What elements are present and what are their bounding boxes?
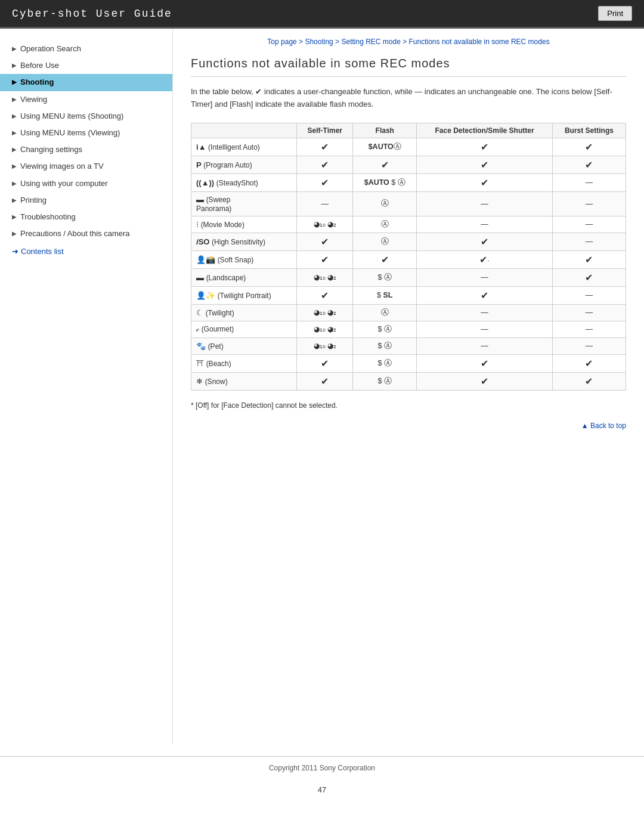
sidebar-label-11: Precautions / About this camera [20,228,130,239]
breadcrumb[interactable]: Top page > Shooting > Setting REC mode >… [191,38,626,46]
flash-cell-5: Ⓐ [353,233,417,250]
face-cell-7: — [417,268,553,286]
table-row-5: iSO (High Sensitivity)✔Ⓐ✔— [191,233,626,250]
burst-cell-1: ✔ [552,156,626,174]
header: Cyber-shot User Guide Print [0,0,644,29]
flash-cell-7: $ Ⓐ [353,268,417,286]
table-row-12: ⛩ (Beach)✔$ Ⓐ✔✔ [191,354,626,372]
timer-cell-12: ✔ [297,354,353,372]
sidebar-arrow-4: ▶ [12,112,17,120]
sidebar-arrow-1: ▶ [12,61,17,70]
sidebar-arrow-9: ▶ [12,196,17,205]
mode-cell-7: ▬ (Landscape) [191,268,297,286]
timer-cell-4: ◕₁₀ ◕₂ [297,216,353,233]
burst-cell-11: — [552,337,626,354]
col-header-4: Burst Settings [552,123,626,138]
mode-cell-11: 🐾 (Pet) [191,337,297,354]
burst-cell-13: ✔ [552,372,626,390]
sidebar-item-8[interactable]: ▶Using with your computer [0,175,172,192]
col-header-1: Self-Timer [297,123,353,138]
contents-list-label: Contents list [21,247,64,256]
sidebar-arrow-10: ▶ [12,213,17,221]
sidebar-item-2[interactable]: ▶Shooting [0,74,172,91]
back-to-top-link[interactable]: ▲ Back to top [191,422,626,430]
sidebar-label-5: Using MENU items (Viewing) [20,128,120,138]
col-header-0 [191,123,297,138]
sidebar-arrow-7: ▶ [12,162,17,171]
timer-cell-11: ◕₁₀ ◕₂ [297,337,353,354]
timer-cell-1: ✔ [297,156,353,174]
burst-cell-6: ✔ [552,250,626,268]
face-cell-13: ✔ [417,372,553,390]
rec-modes-table: Self-TimerFlashFace Detection/Smile Shut… [191,123,626,391]
sidebar-item-1[interactable]: ▶Before Use [0,57,172,74]
main-content: Top page > Shooting > Setting REC mode >… [173,29,644,744]
sidebar-item-7[interactable]: ▶Viewing images on a TV [0,158,172,175]
burst-cell-2: — [552,174,626,191]
table-row-6: 👤📸 (Soft Snap)✔✔✔·✔ [191,250,626,268]
timer-cell-3: — [297,191,353,216]
page-number: 47 [0,785,644,794]
sidebar-label-1: Before Use [20,60,59,71]
page-layout: ▶Operation Search▶Before Use▶Shooting▶Vi… [0,29,644,744]
print-button[interactable]: Print [598,6,632,21]
flash-cell-6: ✔ [353,250,417,268]
face-cell-4: — [417,216,553,233]
face-cell-5: ✔ [417,233,553,250]
mode-cell-10: 𝒸 (Gourmet) [191,321,297,337]
timer-cell-0: ✔ [297,138,353,156]
col-header-2: Flash [353,123,417,138]
sidebar-item-6[interactable]: ▶Changing settings [0,141,172,158]
burst-cell-3: — [552,191,626,216]
table-row-7: ▬ (Landscape)◕₁₀ ◕₂$ Ⓐ—✔ [191,268,626,286]
burst-cell-4: — [552,216,626,233]
mode-cell-5: iSO (High Sensitivity) [191,233,297,250]
table-row-0: i▲ (Intelligent Auto)✔$AUTOⒶ✔✔ [191,138,626,156]
burst-cell-7: ✔ [552,268,626,286]
flash-cell-10: $ Ⓐ [353,321,417,337]
face-cell-12: ✔ [417,354,553,372]
sidebar-item-9[interactable]: ▶Printing [0,192,172,209]
sidebar-item-4[interactable]: ▶Using MENU items (Shooting) [0,108,172,125]
sidebar-arrow-11: ▶ [12,230,17,238]
page-title: Functions not available in some REC mode… [191,57,626,77]
flash-cell-3: Ⓐ [353,191,417,216]
sidebar-item-5[interactable]: ▶Using MENU items (Viewing) [0,125,172,141]
sidebar-label-0: Operation Search [20,44,81,54]
table-row-3: ▬ (SweepPanorama)—Ⓐ—— [191,191,626,216]
face-cell-9: — [417,304,553,321]
sidebar-arrow-8: ▶ [12,179,17,188]
sidebar-arrow-0: ▶ [12,45,17,53]
sidebar-item-11[interactable]: ▶Precautions / About this camera [0,225,172,242]
mode-cell-0: i▲ (Intelligent Auto) [191,138,297,156]
flash-cell-0: $AUTOⒶ [353,138,417,156]
sidebar-label-10: Troubleshooting [20,212,76,222]
burst-cell-10: — [552,321,626,337]
contents-list-link[interactable]: ➜ Contents list [0,242,172,261]
sidebar-arrow-5: ▶ [12,129,17,137]
sidebar-item-3[interactable]: ▶Viewing [0,91,172,108]
burst-cell-0: ✔ [552,138,626,156]
sidebar-label-2: Shooting [20,77,54,88]
face-cell-10: — [417,321,553,337]
timer-cell-6: ✔ [297,250,353,268]
description-text: In the table below, ✔ indicates a user-c… [191,86,626,111]
flash-cell-13: $ Ⓐ [353,372,417,390]
burst-cell-5: — [552,233,626,250]
sidebar-item-10[interactable]: ▶Troubleshooting [0,209,172,225]
table-row-2: ((▲)) (SteadyShot)✔$AUTO $ Ⓐ✔— [191,174,626,191]
mode-cell-13: ❄ (Snow) [191,372,297,390]
sidebar-label-6: Changing settings [20,144,82,155]
sidebar-item-0[interactable]: ▶Operation Search [0,41,172,57]
mode-cell-3: ▬ (SweepPanorama) [191,191,297,216]
table-row-11: 🐾 (Pet)◕₁₀ ◕₂$ Ⓐ—— [191,337,626,354]
table-row-10: 𝒸 (Gourmet)◕₁₀ ◕₂$ Ⓐ—— [191,321,626,337]
timer-cell-5: ✔ [297,233,353,250]
mode-cell-6: 👤📸 (Soft Snap) [191,250,297,268]
burst-cell-8: — [552,286,626,304]
timer-cell-7: ◕₁₀ ◕₂ [297,268,353,286]
sidebar-arrow-6: ▶ [12,145,17,154]
timer-cell-13: ✔ [297,372,353,390]
copyright-text: Copyright 2011 Sony Corporation [269,764,375,772]
sidebar-label-8: Using with your computer [20,178,108,189]
